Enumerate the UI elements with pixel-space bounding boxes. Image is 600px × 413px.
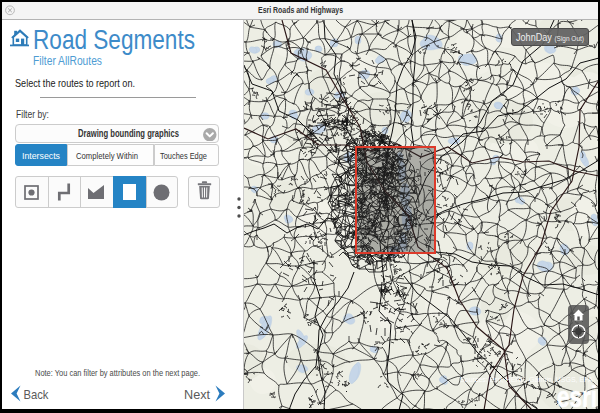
svg-text:Road Segments: Road Segments bbox=[33, 25, 195, 55]
svg-text:Note: You can filter by attrib: Note: You can filter by attributes on th… bbox=[35, 367, 200, 378]
svg-text:Next: Next bbox=[184, 387, 210, 402]
svg-text:Filter by:: Filter by: bbox=[16, 108, 49, 120]
svg-text:Esri Roads and Highways: Esri Roads and Highways bbox=[258, 5, 343, 15]
svg-text:JohnDay (Sign Out): JohnDay (Sign Out) bbox=[516, 31, 584, 43]
svg-text:Intersects: Intersects bbox=[22, 150, 60, 161]
svg-text:Filter AllRoutes: Filter AllRoutes bbox=[33, 54, 102, 68]
svg-text:Back: Back bbox=[24, 387, 49, 402]
svg-text:Completely Within: Completely Within bbox=[76, 150, 138, 161]
svg-text:Touches Edge: Touches Edge bbox=[160, 150, 207, 161]
svg-text:Drawing bounding graphics: Drawing bounding graphics bbox=[78, 127, 179, 139]
svg-text:Select the routes to report on: Select the routes to report on. bbox=[15, 77, 135, 89]
svg-text:esri: esri bbox=[557, 380, 597, 410]
